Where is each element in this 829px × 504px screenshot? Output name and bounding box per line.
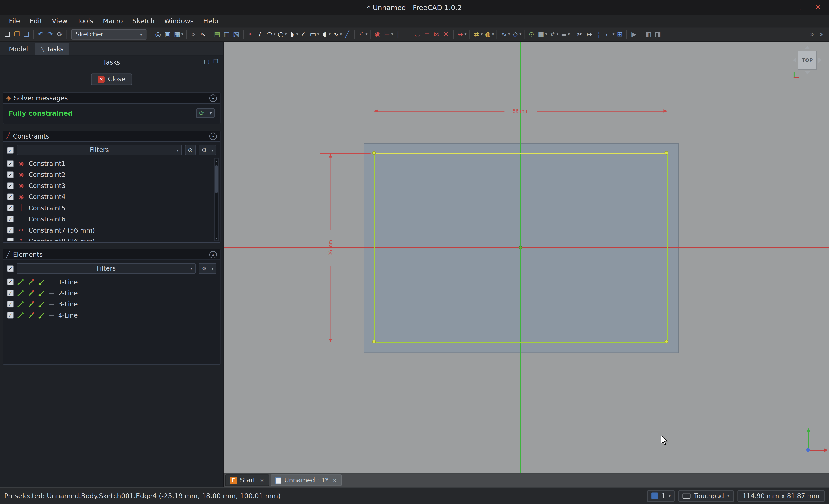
bspline-poles-button[interactable]: ◇▾ (511, 29, 522, 40)
dock-panel-icon[interactable]: ❐ (213, 58, 218, 65)
element-row[interactable]: ✓—4-Line (4, 310, 219, 321)
solver-update-button[interactable]: ⟳ ▾ (196, 108, 215, 118)
create-rectangle-button[interactable]: ▭▾ (308, 29, 320, 40)
create-fillet-button[interactable]: ◜▾ (357, 29, 368, 40)
menu-macro[interactable]: Macro (98, 15, 128, 28)
sketch-edge-bottom[interactable] (374, 342, 667, 343)
sketch-edge-right[interactable] (666, 153, 668, 343)
view-section-button[interactable]: ▧ (231, 29, 241, 40)
menu-view[interactable]: View (47, 15, 72, 28)
constrain-perpendicular-button[interactable]: ⊥ (403, 29, 413, 40)
navigation-cube[interactable]: TOP (792, 45, 823, 76)
navigation-style-selector[interactable]: Touchpad ▾ (679, 490, 733, 502)
constraint-row[interactable]: ✓─Constraint6 (4, 214, 213, 224)
height-dimension-label[interactable]: 36 mm (328, 240, 333, 256)
close-task-button[interactable]: ✕ Close (91, 73, 132, 85)
toggle-construction-button[interactable]: ╱ (343, 29, 352, 40)
menu-sketch[interactable]: Sketch (128, 15, 159, 28)
element-checkbox[interactable]: ✓ (7, 289, 14, 297)
sketch-vertex-bottom-right[interactable] (664, 340, 668, 344)
scroll-up-icon[interactable]: ▴ (215, 159, 218, 163)
sketch-vertex-bottom-left[interactable] (372, 340, 376, 344)
3d-viewport[interactable]: 56 mm 36 mm TO (224, 42, 829, 473)
menu-windows[interactable]: Windows (159, 15, 199, 28)
maximize-button[interactable]: ▢ (794, 0, 810, 15)
constrain-horizontal-vertical-button[interactable]: ⊢▾ (382, 29, 394, 40)
internal-geometry-button[interactable]: ⊙ (527, 29, 536, 40)
sketch-edge-top[interactable] (374, 153, 667, 154)
element-checkbox[interactable]: ✓ (7, 301, 14, 307)
constraint-checkbox[interactable]: ✓ (7, 204, 14, 211)
show-hide-constraints-button[interactable]: ⊙ (185, 145, 195, 155)
rendering-order-button[interactable]: ≡▾ (559, 29, 570, 40)
constraint-row[interactable]: ✓◉Constraint4 (4, 191, 213, 202)
create-circle-button[interactable]: ○▾ (276, 29, 287, 40)
sketch-edge-left[interactable] (374, 153, 375, 343)
create-arc-button[interactable]: ◠▾ (265, 29, 276, 40)
split-edge-button[interactable]: ¦ (594, 29, 604, 40)
create-bspline-button[interactable]: ∿▾ (331, 29, 343, 40)
grid-toggle-button[interactable]: ▦▾ (536, 29, 548, 40)
menu-help[interactable]: Help (199, 15, 223, 28)
elements-filter-combo[interactable]: Filters ▾ (17, 263, 195, 274)
new-document-button[interactable]: ❏ (3, 29, 12, 40)
navcube-arrow-up-icon[interactable] (804, 46, 810, 49)
element-checkbox[interactable]: ✓ (7, 312, 14, 319)
redo-button[interactable]: ↷ (45, 29, 55, 40)
fit-selection-button[interactable]: ▣ (163, 29, 172, 40)
constraint-checkbox[interactable]: ✓ (7, 182, 14, 189)
collapse-elements-icon[interactable]: ▴ (209, 251, 217, 258)
extend-edge-button[interactable]: ↦ (585, 29, 594, 40)
toggle-active-constraint-button[interactable]: ◍▾ (483, 29, 495, 40)
origin-point[interactable] (518, 246, 522, 249)
element-checkbox[interactable]: ✓ (7, 278, 14, 285)
create-polyline-button[interactable]: ∠ (299, 29, 308, 40)
trim-edge-button[interactable]: ✂ (575, 29, 585, 40)
create-point-button[interactable]: • (246, 29, 255, 40)
constraint-row[interactable]: ✓◉Constraint1 (4, 158, 213, 169)
combo-view-tab-model[interactable]: Model (3, 43, 34, 55)
constraint-checkbox[interactable]: ✓ (7, 160, 14, 167)
sketch-vertex-top-left[interactable] (372, 151, 376, 155)
undo-button[interactable]: ↶ (36, 29, 45, 40)
sketch-vertex-top-right[interactable] (664, 151, 668, 155)
constrain-coincident-button[interactable]: ◉ (373, 29, 382, 40)
snap-toggle-button[interactable]: #▾ (547, 29, 559, 40)
navcube-arrow-right-icon[interactable] (819, 57, 822, 63)
element-row[interactable]: ✓—1-Line (4, 276, 219, 287)
mdi-tab-start[interactable]: FStart✕ (225, 474, 269, 486)
mdi-tab-unnamed-1[interactable]: Unnamed : 1*✕ (271, 474, 342, 486)
sketcher-dialog-button[interactable]: ◧ (644, 29, 653, 40)
scale-selector[interactable]: 1 ▾ (647, 490, 675, 502)
constraint-row[interactable]: ✓↕Constraint8 (36 mm) (4, 236, 213, 241)
create-conic-button[interactable]: ◗▾ (287, 29, 299, 40)
constraint-checkbox[interactable]: ✓ (7, 193, 14, 200)
menu-tools[interactable]: Tools (72, 15, 98, 28)
select-tool-button[interactable]: ⇖ (198, 29, 208, 40)
constrain-equal-button[interactable]: = (422, 29, 432, 40)
collapse-solver-icon[interactable]: ▴ (209, 94, 217, 102)
open-document-button[interactable]: ❐ (12, 29, 22, 40)
menu-edit[interactable]: Edit (25, 15, 47, 28)
constraints-settings-button[interactable]: ⚙ ▾ (199, 145, 216, 155)
draw-style-button[interactable]: ▦▾ (172, 29, 184, 40)
elements-settings-button[interactable]: ⚙ ▾ (199, 263, 216, 274)
constraint-checkbox[interactable]: ✓ (7, 238, 14, 241)
constrain-tangent-button[interactable]: ◡ (413, 29, 422, 40)
workbench-selector[interactable]: Sketcher▾ (71, 29, 147, 40)
toolbar-extension-button[interactable]: » (188, 29, 198, 40)
create-slot-button[interactable]: ◖▾ (320, 29, 331, 40)
tab-close-icon[interactable]: ✕ (333, 477, 337, 483)
constraint-row[interactable]: ✓│Constraint5 (4, 202, 213, 214)
tab-close-icon[interactable]: ✕ (260, 477, 264, 483)
toolbar-overflow-b-button[interactable]: » (817, 29, 826, 40)
leave-sketch-button[interactable]: ▤ (212, 29, 222, 40)
scrollbar-thumb[interactable] (215, 165, 218, 193)
create-line-button[interactable]: ∕ (255, 29, 265, 40)
toolbar-overflow-a-button[interactable]: » (807, 29, 817, 40)
refresh-button[interactable]: ⟳ (55, 29, 65, 40)
constraint-checkbox[interactable]: ✓ (7, 216, 14, 223)
constraints-filter-checkbox[interactable]: ✓ (7, 147, 14, 154)
carbon-copy-button[interactable]: ⊞ (615, 29, 624, 40)
collapse-constraints-icon[interactable]: ▴ (209, 132, 217, 140)
